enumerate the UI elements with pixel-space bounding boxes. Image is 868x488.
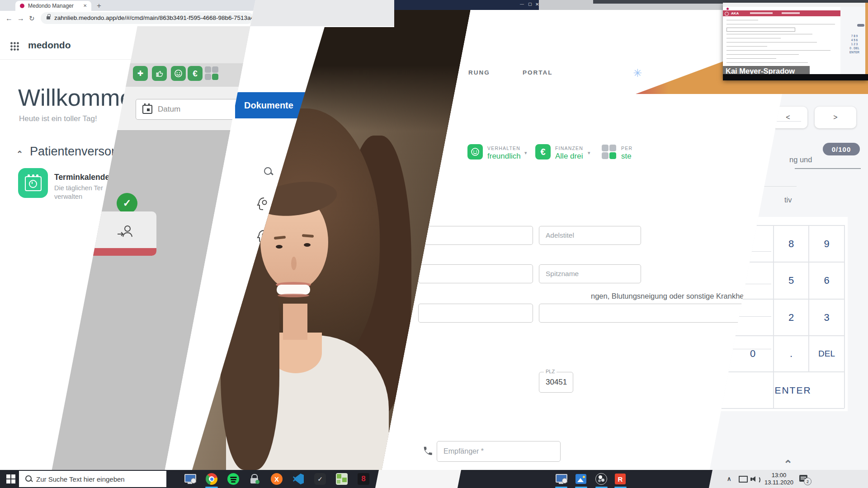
new-tab-button[interactable]: + <box>97 1 101 10</box>
tab-close-icon[interactable]: ✕ <box>83 3 87 8</box>
pip-text-line <box>726 50 830 51</box>
pip-crimson-header: AKA <box>723 10 840 16</box>
next-page-button[interactable]: > <box>815 107 856 128</box>
pip-text-line <box>726 54 799 55</box>
person-login-icon <box>117 224 133 239</box>
empfaenger-label: Empfänger * <box>437 447 484 455</box>
form-field-partial[interactable] <box>418 264 533 283</box>
pip-numpad-row: 4 5 6 <box>844 38 865 42</box>
pip-text-line <box>726 20 758 20</box>
taskbar-icon-dark-app[interactable]: ✓ <box>314 473 326 485</box>
clock-date: 13.11.2020 <box>763 479 795 486</box>
taskbar-icon-vscode[interactable] <box>292 473 305 485</box>
plz-field[interactable]: PLZ 30451 <box>539 372 573 393</box>
question-answer-field[interactable] <box>539 304 744 323</box>
smiley-glyph <box>174 69 183 78</box>
omnibox[interactable]: zahnlieb.medondo.app/de/#/cmd/main/863b3… <box>41 12 253 24</box>
form-field-partial[interactable] <box>418 226 533 245</box>
head-gear-icon[interactable] <box>255 196 271 212</box>
medical-plus-icon[interactable]: ✚ <box>133 66 148 81</box>
taskbar-icon-system-monitor[interactable] <box>555 473 567 485</box>
tray-chevron-icon[interactable]: ∧ <box>727 475 731 482</box>
spinner-icon: ✳ <box>633 67 642 80</box>
terminkalender-card[interactable] <box>18 168 48 198</box>
apps-grid-icon[interactable] <box>10 42 19 51</box>
chevron-down-icon[interactable]: ▾ <box>524 150 527 156</box>
numpad-key-5[interactable]: 5 <box>774 263 808 299</box>
stat-value[interactable]: Alle drei <box>555 152 583 161</box>
form-field-partial[interactable] <box>418 304 533 323</box>
volume-icon[interactable] <box>750 475 760 483</box>
stat-label: FINANZEN <box>555 145 583 151</box>
pip-window[interactable]: AKA 7 8 9 4 5 6 1 2 3 0 . DEL ENTER <box>723 3 868 80</box>
section-collapse-icon[interactable]: ⌃ <box>16 149 23 159</box>
browser-tab[interactable]: Medondo Manager ✕ <box>15 1 91 11</box>
app-window-titlebar: — ▢ ✕ <box>394 0 539 10</box>
minimize-button[interactable]: — <box>520 2 524 6</box>
reload-button[interactable]: ↻ <box>29 14 35 23</box>
header-divider <box>0 59 149 60</box>
pip-mini-taskbar <box>723 74 868 80</box>
tray-clock[interactable]: 13:00 13.11.2020 <box>763 472 795 486</box>
menu-item-rung[interactable]: RUNG <box>468 69 490 76</box>
menu-item-portal[interactable]: PORTAL <box>523 69 553 76</box>
pip-numpad-row: 0 . DEL <box>844 46 865 50</box>
plz-value: 30451 <box>539 378 567 387</box>
numpad-key-enter[interactable]: ENTER <box>741 372 844 408</box>
adelstitel-field[interactable]: Adelstitel <box>539 226 641 245</box>
numpad-key-del[interactable]: DEL <box>809 336 844 371</box>
url-text: zahnlieb.medondo.app/de/#/cmd/main/863b3… <box>54 14 274 21</box>
pip-text-line <box>726 42 817 42</box>
forward-button[interactable]: → <box>17 14 24 23</box>
stat-value[interactable]: freundlich <box>487 152 521 161</box>
numpad-key-3[interactable]: 3 <box>809 300 844 335</box>
pip-text-line <box>726 24 835 24</box>
back-button[interactable]: ← <box>5 14 13 23</box>
numpad-grid-line <box>705 408 844 409</box>
stat-label: PER <box>621 145 632 151</box>
date-field[interactable]: Datum <box>136 99 240 120</box>
taskbar-icon-green-grid[interactable] <box>335 473 348 485</box>
taskbar-icon-red-eight[interactable]: 8 <box>357 473 370 485</box>
euro-icon[interactable]: € <box>188 66 203 81</box>
numpad-key-9[interactable]: 9 <box>809 226 844 262</box>
numpad-key-0[interactable]: 0 <box>737 336 769 371</box>
panel-collapse-icon[interactable]: ⌃ <box>783 458 793 471</box>
numpad-key-6[interactable]: 6 <box>809 263 844 299</box>
network-icon[interactable] <box>739 475 748 483</box>
pip-side-panel: 7 8 9 4 5 6 1 2 3 0 . DEL ENTER <box>840 7 865 77</box>
spitzname-field[interactable]: Spitzname <box>539 264 641 283</box>
pip-text-line <box>726 34 812 34</box>
taskbar-icon-media-app[interactable] <box>575 473 587 485</box>
start-button[interactable] <box>6 474 15 483</box>
quadrant-icon[interactable] <box>204 66 219 81</box>
taskbar-icon-spotify[interactable] <box>227 473 240 485</box>
pip-text-line <box>726 38 781 38</box>
stat-value[interactable]: ste <box>621 152 632 161</box>
notification-center-icon[interactable]: 2 <box>799 474 813 485</box>
dialog-red-footer <box>86 248 156 256</box>
close-button[interactable]: ✕ <box>535 2 539 7</box>
maximize-button[interactable]: ▢ <box>528 2 532 6</box>
search-icon[interactable] <box>264 167 274 177</box>
taskbar-icon-r-app[interactable]: R <box>614 473 627 485</box>
text-fragment: tiv <box>784 196 792 204</box>
taskbar-search[interactable]: Zur Suche Text hier eingeben <box>19 471 166 487</box>
screen: medondo Willkommen Heute ist ein toller … <box>0 0 868 488</box>
numpad-key-dot[interactable]: . <box>774 336 808 371</box>
taskbar-icon-system-monitor[interactable] <box>184 473 196 485</box>
taskbar-icon-obs[interactable] <box>595 473 608 485</box>
persona-quadrant-icon <box>601 144 617 160</box>
taskbar-icon-xampp[interactable]: X <box>270 473 283 485</box>
pip-header-text: AKA <box>731 11 739 15</box>
numpad-key-2[interactable]: 2 <box>774 300 808 335</box>
taskbar-icon-lock[interactable] <box>248 473 261 485</box>
numpad-key-8[interactable]: 8 <box>774 226 808 262</box>
taskbar-icon-chrome[interactable] <box>205 473 218 485</box>
question-text: ngen, Blutungsneigung oder sonstige Kran… <box>591 292 759 300</box>
lock-icon <box>47 16 50 19</box>
adelstitel-label: Adelstitel <box>539 231 574 239</box>
thumb-up-icon[interactable] <box>152 66 167 81</box>
chevron-down-icon[interactable]: ▾ <box>588 150 590 156</box>
smiley-icon[interactable] <box>171 66 186 81</box>
